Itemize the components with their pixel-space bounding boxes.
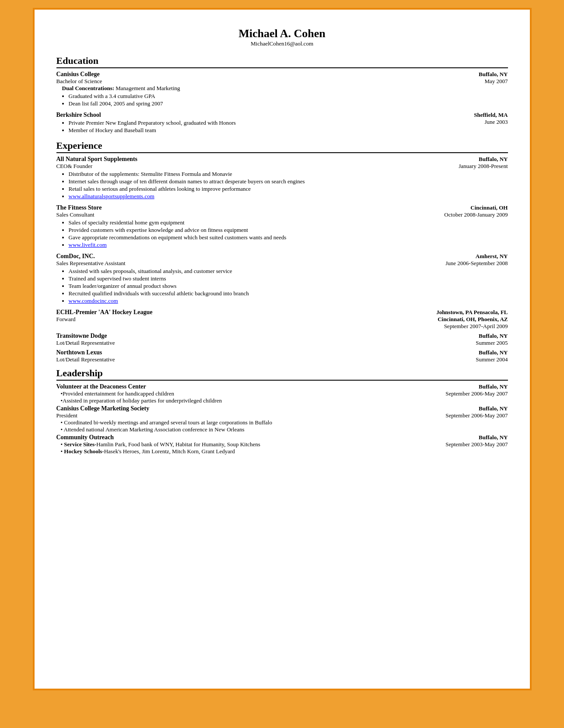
tfs-link[interactable]: www.livefit.com (69, 242, 107, 248)
deaconess-bullets: •Provided entertainment for handicapped … (61, 390, 420, 404)
resume-page: Michael A. Cohen MichaelCohen16@aol.com … (33, 8, 532, 690)
education-entry-canisius: Canisius College Bachelor of Science Dua… (56, 71, 508, 109)
experience-section: Experience All Natural Sport Supplements… (56, 140, 508, 363)
list-item: Retail sales to serious and professional… (69, 186, 420, 192)
anss-link[interactable]: www.allnaturalsportsupplements.com (69, 193, 154, 200)
date-comdoc: June 2006-September 2008 (420, 260, 508, 267)
role-comdoc: Sales Representative Assistant (56, 260, 420, 267)
list-item: www.livefit.com (69, 242, 420, 248)
location-nl: Buffalo, NY (420, 349, 508, 356)
comdoc-bullets: Assisted with sales proposals, situation… (69, 268, 420, 304)
location-td: Buffalo, NY (420, 332, 508, 340)
co-bullets: • Service Sites-Hamlin Park, Food bank o… (61, 441, 420, 455)
date-berkshire: June 2003 (420, 119, 508, 126)
school-name-canisius: Canisius College (56, 71, 420, 78)
list-item: Internet sales through usage of ten diff… (69, 178, 420, 185)
location-berkshire: Sheffield, MA (420, 112, 508, 119)
education-section: Education Canisius College Bachelor of S… (56, 55, 508, 136)
location-ccms: Buffalo, NY (420, 405, 508, 412)
org-echl: ECHL-Premier 'AA' Hockey League (56, 309, 420, 316)
list-item: Graduated with a 3.4 cumulative GPA (69, 93, 420, 100)
list-item: Team leader/organizer of annual product … (69, 283, 420, 290)
anss-bullets: Distributor of the supplements: Stemulit… (69, 171, 420, 200)
list-item: •Assisted in preparation of holiday part… (61, 397, 420, 404)
list-item: Provided customers with expertise knowle… (69, 227, 420, 234)
role-echl: Forward (56, 316, 420, 323)
date-deaconess: September 2006-May 2007 (420, 390, 508, 397)
tfs-bullets: Sales of specialty residential home gym … (69, 219, 420, 248)
date-anss: January 2008-Present (420, 163, 508, 170)
comdoc-link[interactable]: www.comdocinc.com (69, 298, 118, 304)
org-td: Transitowne Dodge (56, 332, 420, 340)
org-tfs: The Fitness Store (56, 204, 420, 211)
experience-entry-tfs: The Fitness Store Sales Consultant Sales… (56, 204, 508, 250)
school-name-berkshire: Berkshire School (56, 112, 420, 119)
experience-title: Experience (56, 140, 508, 153)
date-co: September 2003-May 2007 (420, 441, 508, 448)
experience-entry-comdoc: ComDoc, INC. Sales Representative Assist… (56, 253, 508, 306)
leadership-entry-deaconess: Volunteer at the Deaconess Center •Provi… (56, 383, 508, 404)
degree-canisius: Bachelor of Science (56, 78, 420, 85)
role-anss: CEO& Founder (56, 163, 420, 170)
canisius-bullets: Graduated with a 3.4 cumulative GPA Dean… (69, 93, 420, 107)
berkshire-bullets: Private Premier New England Preparatory … (69, 119, 420, 134)
experience-entry-td: Transitowne Dodge Lot/Detail Representat… (56, 332, 508, 346)
location-canisius: Buffalo, NY (420, 71, 508, 78)
date-td: Summer 2005 (420, 340, 508, 346)
org-anss: All Natural Sport Supplements (56, 156, 420, 163)
role-ccms: President (56, 412, 420, 419)
education-title: Education (56, 55, 508, 68)
list-item: Distributor of the supplements: Stemulit… (69, 171, 420, 178)
list-item: Private Premier New England Preparatory … (69, 119, 420, 126)
date-nl: Summer 2004 (420, 356, 508, 363)
list-item: www.allnaturalsportsupplements.com (69, 193, 420, 200)
leadership-section: Leadership Volunteer at the Deaconess Ce… (56, 368, 508, 455)
experience-entry-echl: ECHL-Premier 'AA' Hockey League Forward … (56, 309, 508, 330)
date-ccms: September 2006-May 2007 (420, 412, 508, 419)
date-tfs: October 2008-January 2009 (420, 211, 508, 218)
role-td: Lot/Detail Representative (56, 340, 420, 346)
location-deaconess: Buffalo, NY (420, 383, 508, 390)
list-item: Dean list fall 2004, 2005 and spring 200… (69, 100, 420, 107)
leadership-title: Leadership (56, 368, 508, 381)
list-item: www.comdocinc.com (69, 298, 420, 304)
dual-concentrations: Dual Concentrations: Management and Mark… (56, 85, 420, 92)
list-item: Assisted with sales proposals, situation… (69, 268, 420, 275)
org-nl: Northtown Lexus (56, 349, 420, 356)
location-anss: Buffalo, NY (420, 156, 508, 163)
list-item: Gave appropriate recommendations on equi… (69, 234, 420, 241)
org-comdoc: ComDoc, INC. (56, 253, 420, 260)
org-deaconess: Volunteer at the Deaconess Center (56, 383, 420, 390)
location-comdoc: Amherst, NY (420, 253, 508, 260)
resume-header: Michael A. Cohen MichaelCohen16@aol.com (56, 27, 508, 47)
leadership-entry-co: Community Outreach • Service Sites-Hamli… (56, 434, 508, 455)
list-item: Member of Hockey and Baseball team (69, 127, 420, 134)
candidate-email: MichaelCohen16@aol.com (56, 40, 508, 47)
role-nl: Lot/Detail Representative (56, 356, 420, 363)
list-item: • Coordinated bi-weekly meetings and arr… (61, 419, 420, 426)
list-item: • Hockey Schools-Hasek's Heroes, Jim Lor… (61, 448, 420, 455)
leadership-entry-ccms: Canisius College Marketing Society Presi… (56, 405, 508, 433)
list-item: Sales of specialty residential home gym … (69, 219, 420, 226)
location-co: Buffalo, NY (420, 434, 508, 441)
candidate-name: Michael A. Cohen (56, 27, 508, 40)
education-entry-berkshire: Berkshire School Private Premier New Eng… (56, 112, 508, 136)
date-echl: September 2007-April 2009 (420, 323, 508, 330)
org-ccms: Canisius College Marketing Society (56, 405, 420, 412)
ccms-bullets: • Coordinated bi-weekly meetings and arr… (61, 419, 420, 433)
location-echl2: Cincinnati, OH, Phoenix, AZ (420, 316, 508, 323)
org-co: Community Outreach (56, 434, 420, 441)
location-tfs: Cincinnati, OH (420, 204, 508, 211)
list-item: •Provided entertainment for handicapped … (61, 390, 420, 397)
experience-entry-anss: All Natural Sport Supplements CEO& Found… (56, 156, 508, 202)
role-tfs: Sales Consultant (56, 211, 420, 218)
location-echl: Johnstown, PA Pensacola, FL (420, 309, 508, 316)
experience-entry-nl: Northtown Lexus Lot/Detail Representativ… (56, 349, 508, 363)
list-item: Recruited qualified individuals with suc… (69, 290, 420, 297)
list-item: Trained and supervised two student inter… (69, 275, 420, 282)
date-canisius: May 2007 (420, 78, 508, 85)
list-item: • Service Sites-Hamlin Park, Food bank o… (61, 441, 420, 448)
list-item: • Attended national American Marketing A… (61, 426, 420, 433)
